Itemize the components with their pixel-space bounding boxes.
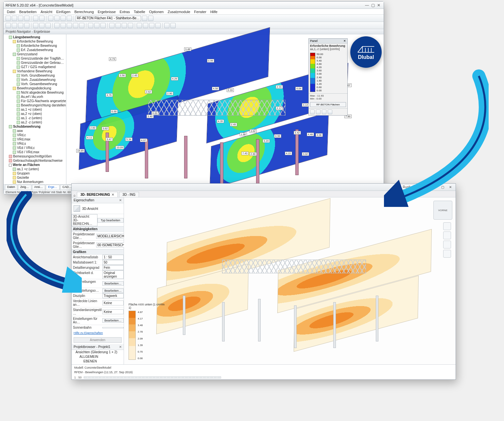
nav-orbit-icon[interactable]	[443, 250, 451, 258]
titlebar[interactable]: RFEM 5.20.02 x64 - [ConcreteSteelModel] …	[4, 2, 384, 9]
print-icon[interactable]	[24, 16, 29, 21]
diagram-icon[interactable]	[61, 23, 66, 28]
menu-item[interactable]: Zusatzmodule	[168, 10, 190, 14]
tree-item[interactable]: VRd,max	[17, 137, 30, 141]
select-icon[interactable]	[137, 23, 142, 28]
menu-item[interactable]: Hilfe	[210, 10, 217, 14]
viewcube[interactable]: VORNE	[433, 201, 452, 220]
values-icon[interactable]	[79, 23, 84, 28]
tree-item[interactable]: Nicht abgedeckte Bewehrung	[21, 91, 64, 94]
prop-value[interactable]: Keine	[102, 301, 124, 305]
close-button[interactable]: ✕	[376, 3, 382, 8]
menu-item[interactable]: Bearbeiten	[19, 10, 37, 14]
doc-tab[interactable]: 3D- BERECHNUNG✕	[77, 192, 118, 197]
tree-item[interactable]: VEd / VRd,max	[17, 150, 39, 154]
tree-group[interactable]: Erforderliche Bewehrung	[17, 40, 53, 43]
pb-node[interactable]: ALLGEMEIN	[79, 355, 98, 358]
tree-item[interactable]: Vorh. Grundbewehrung	[21, 74, 55, 77]
nav-pan-icon[interactable]	[443, 231, 451, 239]
properties-help-link[interactable]: Hilfe zu Eigenschaften	[72, 330, 124, 336]
prop-edit-button[interactable]: Bearbeiten…	[102, 288, 124, 293]
tree-item[interactable]: as,2 -z (unten)	[21, 120, 42, 124]
prop-value[interactable]: Fein	[102, 265, 124, 270]
loadcase-combo[interactable]: RF-BETON Flächen FA1 - Stahlbeton-Be…	[76, 16, 141, 21]
legend-module-button[interactable]: RF-BETON Flächen	[310, 102, 346, 107]
undo-icon[interactable]	[33, 16, 38, 21]
type-selector[interactable]: 3D-Ansicht: 3D- BERECHN…	[72, 214, 97, 226]
menu-item[interactable]: Optionen	[149, 10, 164, 14]
doc-tab[interactable]: 3D - ING	[119, 192, 139, 197]
nav-zoom-icon[interactable]	[443, 241, 451, 248]
legend-smooth-icon[interactable]	[316, 110, 321, 114]
tree-group[interactable]: Schubbewehrung	[13, 125, 41, 128]
bim-viewport[interactable]: Fläche AXX unten (1 cm²/m 1) 4.87 4.17 3…	[124, 197, 456, 364]
panel-close-icon[interactable]: ✕	[119, 345, 122, 349]
tree-item[interactable]: Erf. Zusatzbewehrung	[21, 48, 53, 52]
navigator-tree[interactable]: Längsbewehrung Erforderliche Bewehrung E…	[4, 34, 66, 184]
tree-root[interactable]: Längsbewehrung	[13, 35, 40, 39]
new-icon[interactable]	[6, 16, 11, 21]
solid-icon[interactable]	[24, 23, 29, 28]
nav-compass-icon[interactable]	[443, 222, 451, 230]
results-legend[interactable]: Panel ✕ Erforderliche Bewehrung as,1,-z …	[308, 38, 348, 116]
isobands-icon[interactable]	[73, 23, 78, 28]
legend-edit-icon[interactable]	[310, 110, 315, 114]
close-button[interactable]: ✕	[448, 185, 453, 189]
tree-item[interactable]: asw	[17, 129, 23, 133]
tree-item[interactable]: Vorh. Zusatzbewehrung	[21, 78, 56, 82]
pb-node[interactable]: EBENEN	[83, 359, 97, 363]
next-icon[interactable]	[148, 16, 153, 21]
prop-value[interactable]	[102, 327, 124, 328]
tree-item[interactable]: as,1 +z (unten)	[17, 167, 39, 171]
isolines-icon[interactable]	[67, 23, 72, 28]
scissors-icon[interactable]	[143, 23, 148, 28]
tree-item[interactable]: Bewehrungsrichtung darstellen	[21, 103, 66, 107]
tree-item[interactable]: as,1 -z (unten)	[21, 116, 42, 120]
tab-close-icon[interactable]: ✕	[112, 193, 114, 196]
tree-item[interactable]: VRd,c	[17, 133, 26, 137]
menu-item[interactable]: Ansicht	[41, 10, 52, 14]
project-browser[interactable]: Projektbrowser - Projekt1 ✕ Ansichten (G…	[72, 344, 124, 364]
tree-item[interactable]: As,erf / As,vorh	[21, 95, 43, 99]
tree-item[interactable]: Grenzzustände der Gebrau…	[21, 61, 64, 64]
tree-group[interactable]: Vorhandene Bewehrung	[17, 69, 52, 73]
tree-item[interactable]: VEd / VRd,c	[17, 146, 35, 150]
pb-node[interactable]: Ansichten (Gliederung 1 + 2)	[76, 350, 117, 354]
load-icon[interactable]	[39, 23, 44, 28]
wire-icon[interactable]	[94, 23, 99, 28]
zoom-icon[interactable]	[54, 16, 60, 21]
tree-item[interactable]: Grenzzustände der Tragfäh…	[21, 57, 64, 60]
menu-item[interactable]: Tabelle	[134, 10, 145, 14]
nav-tab[interactable]: Erge…	[46, 185, 60, 190]
menu-item[interactable]: Berechnung	[74, 10, 94, 14]
legend-search-icon[interactable]	[328, 110, 332, 114]
legend-close-icon[interactable]: ✕	[343, 39, 346, 43]
panel-close-icon[interactable]: ✕	[119, 198, 122, 202]
surface-icon[interactable]	[18, 23, 23, 28]
tree-item[interactable]: GZT / GZG maßgebend	[21, 65, 56, 69]
home-icon[interactable]: ⌂	[74, 193, 76, 197]
calc-icon[interactable]	[45, 23, 51, 28]
paste-icon[interactable]	[155, 23, 161, 28]
menu-item[interactable]: Ergebnisse	[98, 10, 116, 14]
help-icon[interactable]: ?	[427, 185, 429, 189]
prop-value[interactable]: 50	[102, 260, 124, 265]
copy-icon[interactable]	[149, 23, 154, 28]
bottom-titlebar[interactable]: 👤 RustlerW 🛒 ? — ▢ ✕	[72, 184, 456, 191]
nav-tab[interactable]: Ansi…	[32, 185, 45, 190]
prop-edit-button[interactable]: Bearbeiten…	[102, 318, 124, 323]
tree-item[interactable]: Gruppen	[17, 172, 30, 175]
nav-tab[interactable]: Zeig…	[18, 185, 31, 190]
node-icon[interactable]	[6, 23, 11, 28]
minimize-button[interactable]: —	[364, 3, 370, 8]
type-edit-button[interactable]: Typ bearbeiten	[97, 218, 124, 223]
tree-group[interactable]: Bewehrungsabdeckung	[17, 86, 51, 90]
info-icon[interactable]	[170, 23, 176, 28]
tree-item[interactable]: Vorh. Gesamtbewehrung	[21, 82, 57, 86]
model-viewport[interactable]: 4.73 3.48 0.99 3.50 2.45 4.29 4.76 2.62 …	[66, 34, 384, 184]
legend-settings-icon[interactable]	[322, 110, 326, 114]
scale-label[interactable]: 1 : 50	[74, 376, 82, 379]
prop-edit-button[interactable]: Bearbeiten…	[102, 281, 124, 286]
maximize-button[interactable]: ▢	[370, 3, 376, 8]
tree-item[interactable]: Erforderliche Bewehrung	[21, 44, 57, 47]
